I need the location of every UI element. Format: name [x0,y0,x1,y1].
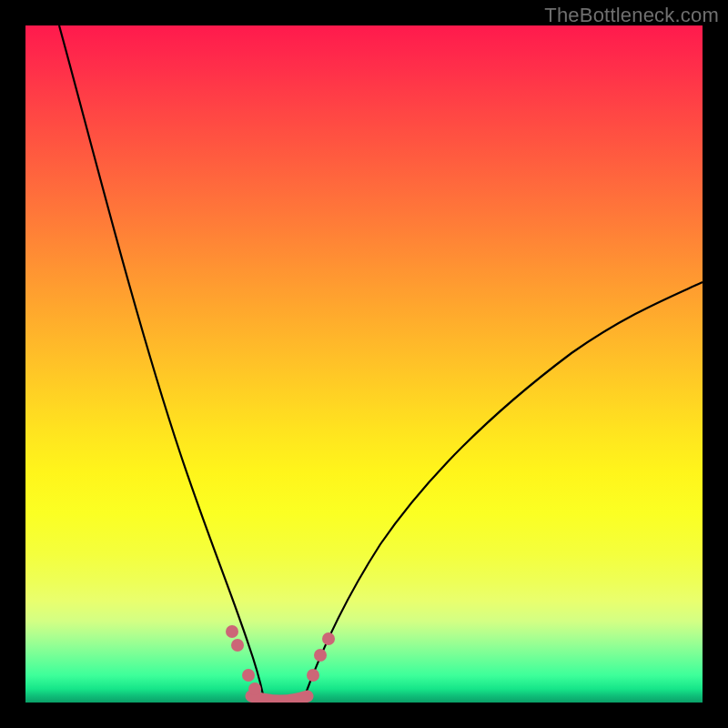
chart-svg [25,25,703,703]
left-dot [248,682,261,695]
watermark-text: TheBottleneck.com [544,4,719,27]
valley-floor [251,696,308,701]
right-dot [322,632,335,645]
right-dot [307,669,319,682]
left-dot [231,639,244,652]
chart-frame: TheBottleneck.com [0,0,728,728]
right-dot [314,649,327,662]
left-dot [226,625,238,638]
left-dot [242,669,255,682]
chart-plot-area [25,25,703,703]
left-curve [59,25,264,699]
right-curve [303,282,703,701]
